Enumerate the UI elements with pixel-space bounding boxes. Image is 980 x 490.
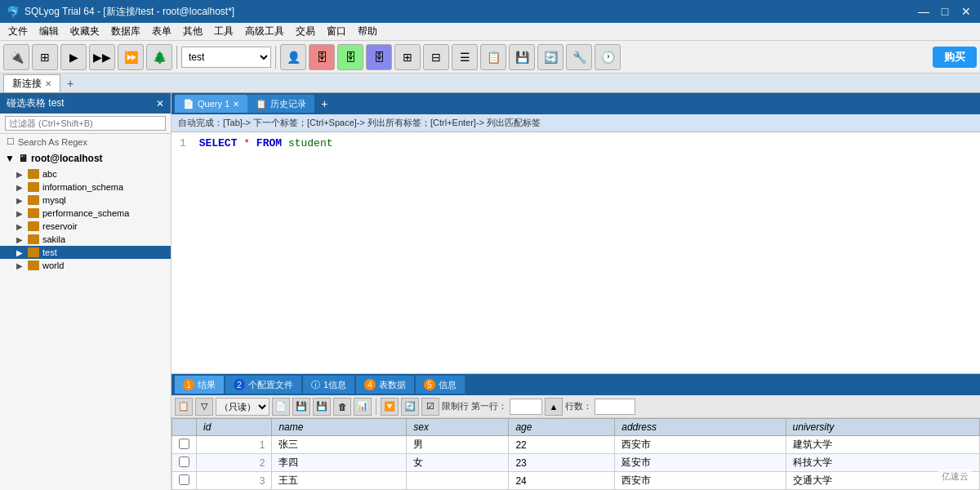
- buy-button[interactable]: 购买: [933, 47, 977, 68]
- query-button[interactable]: 📋: [480, 44, 506, 70]
- backup-button[interactable]: 💾: [509, 44, 535, 70]
- results-btn-5[interactable]: 💾: [313, 398, 331, 416]
- row-checkbox[interactable]: [172, 436, 197, 454]
- table-button-1[interactable]: ⊞: [394, 44, 421, 70]
- db-button-1[interactable]: 🗄: [309, 44, 335, 70]
- tabledata-count-badge: 4: [364, 379, 376, 390]
- db-label: performance_schema: [42, 208, 129, 218]
- table-row[interactable]: 2 李四 女 23 延安市 科技大学: [172, 454, 980, 472]
- menu-item-工具[interactable]: 工具: [209, 23, 238, 40]
- user-button[interactable]: 👤: [280, 44, 306, 70]
- query-tab-2[interactable]: 📋 历史记录: [247, 95, 314, 113]
- sidebar-db-world[interactable]: ▶ world: [0, 259, 171, 272]
- sidebar-db-test[interactable]: ▶ test: [0, 246, 171, 259]
- menu-item-收藏夹[interactable]: 收藏夹: [65, 23, 105, 40]
- db-label: abc: [42, 169, 57, 179]
- results-btn-7[interactable]: 🔄: [401, 398, 419, 416]
- run-all-button[interactable]: ▶▶: [89, 44, 115, 70]
- database-selector[interactable]: test: [181, 47, 271, 68]
- sidebar-db-mysql[interactable]: ▶ mysql: [0, 194, 171, 207]
- menu-item-窗口[interactable]: 窗口: [322, 23, 351, 40]
- tree-icon-button[interactable]: 🌲: [146, 44, 172, 70]
- row-count-input[interactable]: 1000: [595, 399, 635, 415]
- connection-tab-new[interactable]: 新连接 ✕: [3, 74, 60, 92]
- col-checkbox: [172, 419, 197, 436]
- row-address: 延安市: [615, 454, 786, 472]
- results-btn-4[interactable]: 💾: [292, 398, 310, 416]
- menu-item-高级工具[interactable]: 高级工具: [240, 23, 289, 40]
- sidebar-db-information_schema[interactable]: ▶ information_schema: [0, 180, 171, 194]
- sidebar-search[interactable]: ☐ Search As Regex: [0, 134, 171, 149]
- query-tab-1[interactable]: 📄 Query 1 ✕: [175, 95, 247, 113]
- results-btn-8[interactable]: ☑: [421, 398, 439, 416]
- tree-root-node[interactable]: ▼ 🖥 root@localhost: [0, 149, 171, 167]
- edit-mode-selector[interactable]: （只读）: [216, 398, 270, 416]
- col-address: address: [615, 419, 786, 436]
- search-checkbox[interactable]: ☐: [7, 136, 15, 147]
- first-row-up[interactable]: ▲: [545, 398, 563, 416]
- query-tab-1-close[interactable]: ✕: [233, 100, 239, 109]
- menu-item-表单[interactable]: 表单: [147, 23, 176, 40]
- results-tab-4[interactable]: 4 表数据: [356, 376, 414, 394]
- minimize-button[interactable]: —: [916, 4, 931, 19]
- clock-button[interactable]: 🕐: [595, 44, 621, 70]
- new-connection-button[interactable]: 🔌: [3, 44, 29, 70]
- menu-item-帮助[interactable]: 帮助: [353, 23, 382, 40]
- close-button[interactable]: ✕: [959, 4, 973, 19]
- stop-button[interactable]: ⏩: [118, 44, 144, 70]
- results-btn-1[interactable]: 📋: [175, 398, 193, 416]
- table-button-3[interactable]: ☰: [452, 44, 478, 70]
- query-editor[interactable]: 1 SELECT * FROM student: [172, 132, 980, 374]
- title-bar: 🐬 SQLyog Trial 64 - [新连接/test - root@loc…: [0, 0, 980, 23]
- expand-icon: ▶: [16, 222, 24, 231]
- filter-button[interactable]: 🔽: [381, 398, 399, 416]
- row-name: 王五: [272, 472, 407, 490]
- toolbar-btn-2[interactable]: ⊞: [32, 44, 58, 70]
- db-button-2[interactable]: 🗄: [337, 44, 363, 70]
- sql-table: student: [288, 137, 333, 149]
- filter-input[interactable]: [5, 116, 166, 131]
- row-name: 李四: [272, 454, 407, 472]
- menu-item-数据库[interactable]: 数据库: [106, 23, 145, 40]
- first-row-input[interactable]: 0: [510, 399, 542, 415]
- results-tab-1[interactable]: 1 结果: [175, 376, 224, 394]
- sidebar-close-icon[interactable]: ✕: [156, 98, 164, 109]
- sidebar-title: 碰选表格 test: [7, 96, 65, 110]
- add-connection-button[interactable]: +: [60, 75, 80, 91]
- results-tab-3[interactable]: ⓘ 1信息: [303, 376, 354, 394]
- sidebar-db-reservoir[interactable]: ▶ reservoir: [0, 220, 171, 233]
- table-row[interactable]: 1 张三 男 22 西安市 建筑大学: [172, 436, 980, 454]
- db-icon: [28, 182, 39, 192]
- row-sex: [407, 472, 509, 490]
- add-query-tab-button[interactable]: +: [314, 96, 334, 112]
- results-btn-6[interactable]: 📊: [354, 398, 372, 416]
- sidebar-db-performance_schema[interactable]: ▶ performance_schema: [0, 207, 171, 220]
- menu-item-交易[interactable]: 交易: [291, 23, 320, 40]
- menu-item-文件[interactable]: 文件: [3, 23, 33, 40]
- menu-item-编辑[interactable]: 编辑: [34, 23, 64, 40]
- first-row-label: 第一行：: [471, 400, 507, 412]
- connection-tab-close[interactable]: ✕: [45, 79, 51, 88]
- maximize-button[interactable]: □: [938, 4, 952, 19]
- info-icon: ⓘ: [311, 379, 320, 391]
- delete-button[interactable]: 🗑: [333, 398, 351, 416]
- results-btn-2[interactable]: ▽: [195, 398, 213, 416]
- results-tab-5-label: 信息: [439, 379, 457, 391]
- app-icon: 🐬: [7, 6, 20, 18]
- sidebar-db-sakila[interactable]: ▶ sakila: [0, 233, 171, 246]
- sidebar-db-abc[interactable]: ▶ abc: [0, 167, 171, 180]
- results-btn-3[interactable]: 📄: [272, 398, 290, 416]
- menu-item-其他[interactable]: 其他: [178, 23, 207, 40]
- results-tab-2-label: 个配置文件: [248, 379, 293, 391]
- refresh-button[interactable]: 🔄: [537, 44, 564, 70]
- db-button-3[interactable]: 🗄: [366, 44, 392, 70]
- db-label: mysql: [42, 195, 66, 205]
- table-row[interactable]: 3 王五 24 西安市 交通大学: [172, 472, 980, 490]
- results-tab-2[interactable]: 2 个配置文件: [225, 376, 301, 394]
- results-tab-5[interactable]: 5 信息: [416, 376, 465, 394]
- table-button-2[interactable]: ⊟: [423, 44, 449, 70]
- row-checkbox[interactable]: [172, 472, 197, 490]
- run-button[interactable]: ▶: [60, 44, 87, 70]
- tools-button[interactable]: 🔧: [566, 44, 592, 70]
- row-checkbox[interactable]: [172, 454, 197, 472]
